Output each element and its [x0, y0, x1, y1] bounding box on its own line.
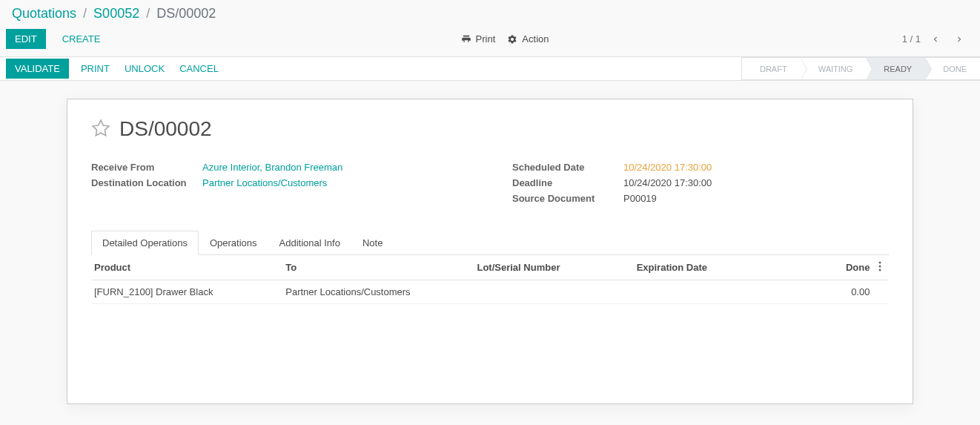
svg-point-0 [879, 262, 881, 264]
deadline-value: 10/24/2020 17:30:00 [623, 177, 712, 188]
columns-menu[interactable] [875, 263, 884, 274]
cell-product: [FURN_2100] Drawer Black [91, 280, 282, 304]
receive-from-value[interactable]: Azure Interior, Brandon Freeman [202, 162, 342, 173]
tab-note[interactable]: Note [351, 231, 394, 255]
pager-prev[interactable] [927, 30, 944, 48]
table-row[interactable]: [FURN_2100] Drawer Black Partner Locatio… [91, 280, 889, 304]
pager: 1 / 1 [902, 30, 968, 48]
create-button[interactable]: Create [55, 29, 108, 49]
document-title: DS/00002 [119, 117, 212, 141]
cancel-button[interactable]: Cancel [172, 59, 226, 79]
stage-ready[interactable]: Ready [866, 57, 925, 80]
svg-point-1 [879, 266, 881, 268]
cell-done: 0.00 [793, 280, 873, 304]
tab-detailed-operations[interactable]: Detailed Operations [91, 231, 199, 255]
kebab-icon [878, 261, 881, 271]
destination-value[interactable]: Partner Locations/Customers [202, 177, 327, 188]
destination-label: Destination Location [91, 177, 202, 188]
form-sheet: DS/00002 Receive From Azure Interior, Br… [67, 99, 913, 404]
operations-table: Product To Lot/Serial Number Expiration … [91, 255, 889, 304]
sheet-background: DS/00002 Receive From Azure Interior, Br… [0, 81, 980, 425]
svg-point-2 [879, 269, 881, 271]
th-lot[interactable]: Lot/Serial Number [474, 255, 633, 280]
toolbar: Edit Create Print Action 1 / 1 [0, 24, 980, 57]
status-stages: Draft Waiting Ready Done [741, 57, 980, 80]
star-icon [91, 119, 110, 138]
action-label: Action [522, 33, 549, 45]
deadline-label: Deadline [512, 177, 623, 188]
cell-expiration [634, 280, 793, 304]
cell-lot [474, 280, 633, 304]
th-done[interactable]: Done [793, 255, 873, 280]
print-button[interactable]: Print [73, 59, 117, 79]
breadcrumb-order[interactable]: S00052 [93, 6, 139, 21]
print-label: Print [476, 33, 496, 45]
tabs: Detailed Operations Operations Additiona… [91, 231, 889, 255]
source-doc-label: Source Document [512, 193, 623, 204]
th-expiration[interactable]: Expiration Date [634, 255, 793, 280]
breadcrumb-sep: / [146, 6, 150, 21]
stage-draft[interactable]: Draft [741, 57, 801, 80]
favorite-toggle[interactable] [91, 119, 110, 140]
chevron-left-icon [930, 34, 941, 45]
stage-waiting[interactable]: Waiting [801, 57, 867, 80]
stage-done[interactable]: Done [925, 57, 980, 80]
chevron-right-icon [954, 34, 964, 45]
validate-button[interactable]: Validate [6, 59, 69, 79]
print-menu[interactable]: Print [461, 33, 496, 45]
edit-button[interactable]: Edit [6, 29, 46, 49]
receive-from-label: Receive From [91, 162, 202, 173]
pager-next[interactable] [950, 30, 968, 48]
table-empty-space [91, 304, 889, 386]
statusbar: Validate Print Unlock Cancel Draft Waiti… [0, 57, 980, 81]
breadcrumb-current: DS/00002 [156, 6, 216, 21]
gear-icon [507, 34, 517, 45]
source-doc-value: P00019 [623, 193, 657, 204]
breadcrumb-quotations[interactable]: Quotations [12, 6, 76, 21]
pager-text: 1 / 1 [902, 33, 921, 45]
breadcrumb-sep: / [83, 6, 87, 21]
scheduled-date-label: Scheduled Date [512, 162, 623, 173]
scheduled-date-value: 10/24/2020 17:30:00 [623, 162, 712, 173]
cell-to: Partner Locations/Customers [282, 280, 474, 304]
th-to[interactable]: To [282, 255, 474, 280]
th-product[interactable]: Product [91, 255, 282, 280]
breadcrumb: Quotations / S00052 / DS/00002 [0, 0, 980, 24]
tab-operations[interactable]: Operations [199, 231, 268, 255]
action-menu[interactable]: Action [507, 33, 549, 45]
print-icon [461, 34, 471, 45]
tab-additional-info[interactable]: Additional Info [268, 231, 351, 255]
unlock-button[interactable]: Unlock [117, 59, 172, 79]
